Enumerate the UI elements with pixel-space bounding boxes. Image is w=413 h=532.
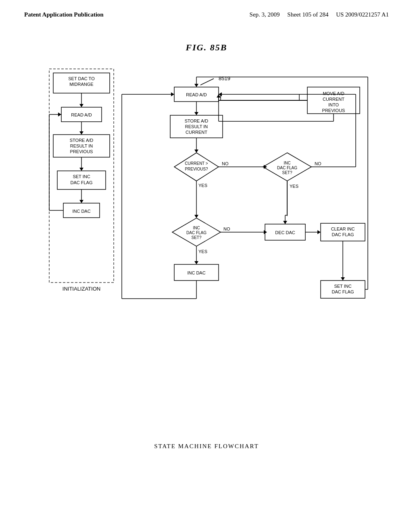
- svg-text:STORE A/D: STORE A/D: [70, 138, 94, 143]
- svg-text:NO: NO: [222, 161, 229, 166]
- svg-marker-10: [79, 131, 83, 135]
- svg-text:SET?: SET?: [191, 235, 201, 240]
- diagram-caption: STATE MACHINE FLOWCHART: [33, 443, 380, 450]
- svg-marker-6: [79, 104, 83, 107]
- svg-text:CLEAR INC: CLEAR INC: [331, 227, 355, 231]
- svg-text:CURRENT: CURRENT: [186, 130, 207, 135]
- svg-text:CURRENT >: CURRENT >: [185, 161, 208, 166]
- svg-text:NO: NO: [223, 227, 230, 231]
- svg-text:YES: YES: [290, 184, 298, 189]
- svg-text:8519: 8519: [219, 75, 230, 81]
- svg-text:YES: YES: [198, 183, 207, 188]
- svg-marker-84: [317, 230, 321, 234]
- publication-label: Patent Application Publication: [24, 11, 104, 18]
- svg-text:DEC DAC: DEC DAC: [275, 230, 295, 235]
- svg-text:SET INC: SET INC: [73, 174, 90, 179]
- svg-text:READ A/D: READ A/D: [186, 92, 206, 97]
- svg-text:DAC FLAG: DAC FLAG: [332, 232, 354, 237]
- svg-text:SET INC: SET INC: [334, 284, 351, 289]
- svg-text:INC DAC: INC DAC: [187, 270, 205, 275]
- svg-text:RESULT IN: RESULT IN: [185, 124, 208, 129]
- svg-text:DAC FLAG: DAC FLAG: [277, 166, 297, 170]
- svg-text:RESULT IN: RESULT IN: [70, 143, 93, 148]
- svg-text:INTO: INTO: [328, 102, 339, 107]
- svg-text:MIDRANGE: MIDRANGE: [69, 82, 93, 87]
- svg-line-29: [200, 79, 214, 85]
- svg-marker-39: [194, 150, 198, 153]
- svg-text:INC DAC: INC DAC: [72, 209, 90, 214]
- svg-text:READ A/D: READ A/D: [71, 112, 92, 117]
- svg-text:SET DAC TO: SET DAC TO: [68, 76, 95, 81]
- svg-marker-77: [264, 230, 267, 234]
- svg-text:MOVE A/D: MOVE A/D: [323, 91, 344, 96]
- figure-title: FIG. 85B: [33, 42, 380, 53]
- svg-text:SET?: SET?: [282, 170, 292, 175]
- svg-text:PREVIOUS: PREVIOUS: [322, 108, 345, 113]
- svg-marker-21: [79, 200, 83, 203]
- page-header: Patent Application Publication Sep. 3, 2…: [0, 0, 413, 18]
- svg-text:DAC FLAG: DAC FLAG: [332, 289, 354, 294]
- svg-text:INC: INC: [284, 161, 290, 165]
- svg-marker-89: [341, 277, 345, 281]
- flowchart: INITIALIZATION SET DAC TO MIDRANGE READ …: [41, 65, 372, 436]
- svg-text:STORE A/D: STORE A/D: [185, 118, 209, 123]
- svg-text:NO: NO: [315, 161, 321, 166]
- svg-text:CURRENT: CURRENT: [323, 97, 344, 102]
- svg-text:DAC FLAG: DAC FLAG: [186, 231, 206, 235]
- svg-text:PREVIOUS: PREVIOUS: [70, 149, 93, 154]
- svg-text:YES: YES: [198, 249, 207, 254]
- svg-marker-48: [194, 215, 198, 218]
- svg-marker-33: [194, 112, 198, 115]
- svg-marker-96: [171, 92, 174, 96]
- svg-marker-80: [194, 261, 198, 264]
- diagram-area: FIG. 85B INITIALIZATION SET DAC TO MIDRA…: [33, 42, 380, 450]
- svg-text:INC: INC: [193, 226, 200, 230]
- svg-marker-104: [194, 84, 198, 87]
- svg-text:DAC FLAG: DAC FLAG: [70, 180, 92, 185]
- svg-text:PREVIOUS?: PREVIOUS?: [185, 167, 208, 171]
- svg-marker-16: [79, 168, 83, 171]
- svg-marker-108: [283, 221, 287, 224]
- svg-text:INITIALIZATION: INITIALIZATION: [63, 286, 100, 292]
- header-info: Sep. 3, 2009 Sheet 105 of 284 US 2009/02…: [250, 11, 389, 18]
- patent-number: US 2009/0221257 A1: [336, 11, 389, 18]
- svg-marker-27: [58, 112, 61, 116]
- sheet-info: Sheet 105 of 284: [287, 11, 328, 18]
- date: Sep. 3, 2009: [250, 11, 280, 18]
